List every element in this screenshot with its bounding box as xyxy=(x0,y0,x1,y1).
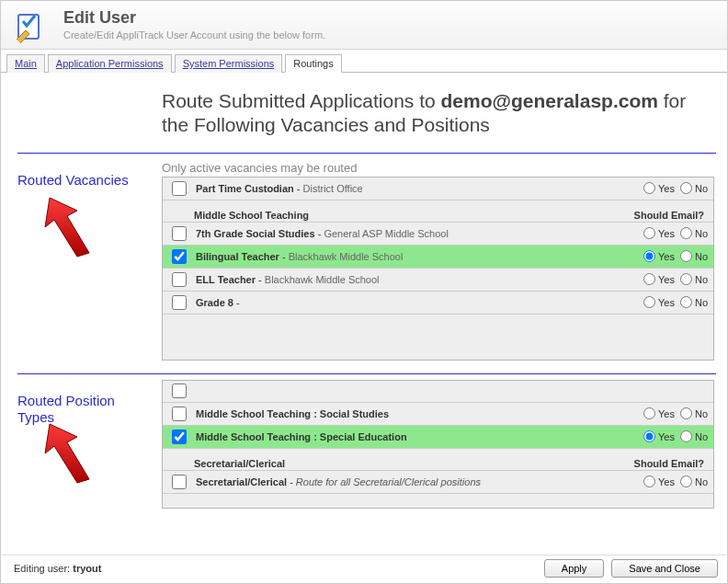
routing-title-prefix: Route Submitted Applications to xyxy=(162,90,441,111)
page-subtitle: Create/Edit AppliTrack User Account usin… xyxy=(63,29,325,40)
should-email-header: Should Email? xyxy=(634,458,704,469)
edit-user-icon xyxy=(14,12,45,43)
divider xyxy=(17,373,716,374)
radio-no[interactable] xyxy=(680,250,692,262)
tab-system-permissions[interactable]: System Permissions xyxy=(175,54,283,73)
row-title: Secretarial/Clerical xyxy=(196,476,287,487)
radio-no[interactable] xyxy=(680,273,692,285)
tab-main[interactable]: Main xyxy=(6,54,45,73)
radio-no[interactable] xyxy=(680,475,692,487)
row-location: Blackhawk Middle School xyxy=(289,251,404,262)
row-title: Middle School Teaching : Special Educati… xyxy=(196,431,407,442)
row-location: General ASP Middle School xyxy=(324,228,449,239)
radio-no[interactable] xyxy=(680,182,692,194)
tab-bar: Main Application Permissions System Perm… xyxy=(1,50,727,73)
row-checkbox[interactable] xyxy=(172,475,187,489)
arrow-icon xyxy=(27,418,100,492)
row-checkbox[interactable] xyxy=(172,249,187,264)
page-header: Edit User Create/Edit AppliTrack User Ac… xyxy=(1,1,727,50)
radio-yes[interactable] xyxy=(643,430,655,442)
table-row: ELL Teacher - Blackhawk Middle School Ye… xyxy=(163,268,713,292)
table-row: Middle School Teaching : Special Educati… xyxy=(163,425,713,449)
row-checkbox[interactable] xyxy=(172,384,187,398)
row-checkbox[interactable] xyxy=(172,429,187,444)
row-note: Route for all Secretarial/Clerical posit… xyxy=(296,476,481,487)
table-row: Secretarial/Clerical - Route for all Sec… xyxy=(163,470,713,494)
routed-vacancies-label: Routed Vacancies xyxy=(17,172,153,189)
editing-user-name: tryout xyxy=(73,563,101,574)
page-title: Edit User xyxy=(63,8,325,28)
row-location: Blackhawk Middle School xyxy=(265,274,380,285)
routed-positions-label: Routed Position Types xyxy=(17,393,153,426)
radio-yes[interactable] xyxy=(643,250,655,262)
routed-positions-list[interactable]: Middle School Teaching : Social Studies … xyxy=(162,380,714,509)
table-row xyxy=(163,380,713,403)
table-row: Middle School Teaching : Social Studies … xyxy=(163,402,713,426)
group-title: Middle School Teaching xyxy=(194,210,309,221)
radio-yes[interactable] xyxy=(643,407,655,419)
arrow-icon xyxy=(27,192,100,266)
radio-yes[interactable] xyxy=(643,475,655,487)
should-email-header: Should Email? xyxy=(634,210,704,221)
row-title: Bilingual Teacher xyxy=(196,251,279,262)
email-choice: Yes No xyxy=(640,182,708,194)
routing-title: Route Submitted Applications to demo@gen… xyxy=(162,73,711,149)
vacancies-hint: Only active vacancies may be routed xyxy=(162,161,720,175)
row-checkbox[interactable] xyxy=(172,226,187,241)
save-and-close-button[interactable]: Save and Close xyxy=(611,559,718,578)
group-title: Secretarial/Clerical xyxy=(194,458,285,469)
routed-vacancies-list[interactable]: Part Time Custodian - District Office Ye… xyxy=(162,177,714,361)
tab-application-permissions[interactable]: Application Permissions xyxy=(48,54,172,73)
row-checkbox[interactable] xyxy=(172,407,187,421)
footer-bar: Editing user: tryout Apply Save and Clos… xyxy=(1,555,727,583)
radio-no[interactable] xyxy=(680,407,692,419)
radio-no[interactable] xyxy=(680,296,692,308)
row-location: District Office xyxy=(303,183,363,194)
table-row: Bilingual Teacher - Blackhawk Middle Sch… xyxy=(163,245,713,269)
row-checkbox[interactable] xyxy=(172,295,187,310)
radio-no[interactable] xyxy=(680,227,692,239)
radio-no[interactable] xyxy=(680,430,692,442)
row-title: Grade 8 xyxy=(196,297,233,308)
row-title: 7th Grade Social Studies xyxy=(196,228,315,239)
row-checkbox[interactable] xyxy=(172,181,187,196)
content-scroll[interactable]: Route Submitted Applications to demo@gen… xyxy=(1,73,727,544)
radio-yes[interactable] xyxy=(643,273,655,285)
table-row: Grade 8 - YesNo xyxy=(163,291,713,315)
row-checkbox[interactable] xyxy=(172,272,187,287)
divider xyxy=(17,153,716,154)
row-title: Middle School Teaching : Social Studies xyxy=(196,408,389,419)
table-row: 7th Grade Social Studies - General ASP M… xyxy=(163,222,713,246)
group-header: Secretarial/Clerical Should Email? xyxy=(163,449,713,471)
row-title: ELL Teacher xyxy=(196,274,256,285)
radio-yes[interactable] xyxy=(643,227,655,239)
radio-yes[interactable] xyxy=(643,296,655,308)
apply-button[interactable]: Apply xyxy=(544,559,605,578)
row-title: Part Time Custodian xyxy=(196,183,294,194)
table-row: Part Time Custodian - District Office Ye… xyxy=(163,177,713,200)
radio-yes[interactable] xyxy=(643,182,655,194)
routing-email: demo@generalasp.com xyxy=(441,90,658,111)
group-header: Middle School Teaching Should Email? xyxy=(163,200,713,223)
tab-routings[interactable]: Routings xyxy=(285,54,341,73)
editing-user-label: Editing user: xyxy=(14,563,70,574)
